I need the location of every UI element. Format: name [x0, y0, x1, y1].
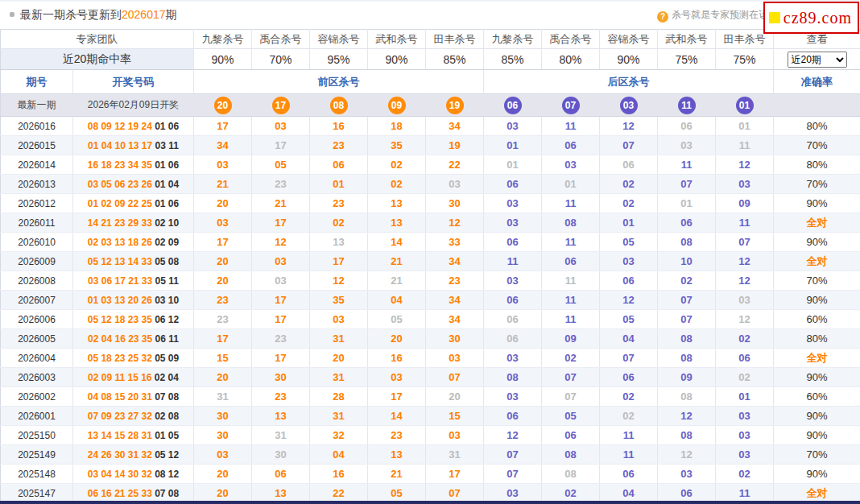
back-kill-cell: 03 [716, 426, 774, 445]
front-kill-number: 02 [391, 178, 402, 190]
question-icon[interactable]: ? [657, 11, 668, 23]
back-kill-cell: 03 [484, 213, 542, 233]
back-kill-cell: 12 [484, 426, 542, 445]
back-kill-number: 06 [506, 236, 518, 248]
period-cell: 2026003 [1, 368, 73, 387]
latest-back-kill-cell: 03 [600, 94, 658, 117]
front-kill-number: 20 [449, 390, 460, 403]
draw-numbers-cell: 05 12 18 23 35 06 12 [73, 310, 194, 329]
front-kill-cell: 03 [426, 426, 484, 445]
latest-front-kill-cell: 20 [194, 94, 252, 117]
period-cell: 2025149 [1, 445, 73, 465]
period-cell: 2026002 [1, 387, 73, 407]
front-kill-ball: 17 [272, 97, 290, 114]
bullet-icon [10, 12, 14, 17]
back-kill-ball: 03 [620, 97, 638, 114]
back-kill-cell: 03 [484, 387, 542, 407]
period-cell: 2025148 [1, 465, 73, 484]
back-kill-number: 12 [738, 313, 750, 325]
back-kill-number: 02 [738, 468, 750, 480]
back-kill-number: 11 [565, 120, 577, 132]
back-kill-number: 03 [738, 410, 750, 422]
range-select[interactable]: 近20期 [788, 52, 847, 68]
page-title-prefix: 最新一期杀号更新到 [20, 8, 122, 21]
expert-name-back-2: 容锦杀号 [600, 30, 658, 49]
front-kill-cell: 15 [426, 407, 484, 426]
front-kill-cell: 04 [368, 291, 426, 310]
front-kill-cell: 30 [426, 329, 484, 349]
back-kill-number: 08 [680, 333, 692, 345]
table-row: 202600405 18 23 25 32 05 091517201603030… [1, 349, 860, 368]
accuracy-value: 60% [806, 390, 827, 403]
front-kill-number: 07 [449, 487, 460, 499]
accuracy-cell: 80% [774, 329, 860, 349]
back-kill-number: 08 [680, 429, 692, 441]
back-kill-cell: 03 [484, 194, 542, 213]
back-kill-number: 11 [739, 217, 750, 229]
back-kill-number: 12 [622, 120, 634, 132]
back-draw-numbers: 01 06 [155, 198, 179, 209]
back-kill-cell: 10 [658, 252, 716, 271]
front-kill-number: 21 [275, 197, 286, 209]
front-kill-number: 12 [333, 275, 344, 287]
accuracy-value: 90% [806, 410, 827, 422]
cz89-logo[interactable]: cz89.com [763, 2, 859, 34]
front-kill-cell: 16 [368, 349, 426, 368]
table-row: 202601501 04 10 13 17 03 113417233519010… [1, 136, 860, 155]
front-kill-cell: 03 [194, 445, 252, 465]
hit-rate-value: 75% [658, 49, 716, 70]
front-kill-cell: 17 [310, 252, 368, 271]
front-kill-cell: 22 [310, 484, 368, 503]
front-kill-number: 14 [391, 236, 402, 248]
back-draw-numbers: 02 04 [155, 372, 179, 383]
back-kill-number: 12 [680, 410, 692, 422]
back-kill-number: 03 [564, 159, 576, 171]
front-kill-cell: 13 [252, 484, 310, 503]
table-row: 202514924 26 30 31 32 05 120330041331070… [1, 445, 860, 465]
accuracy-value: 70% [806, 448, 827, 461]
front-kill-cell: 31 [252, 426, 310, 445]
front-draw-numbers: 05 12 13 14 33 [88, 256, 152, 267]
front-kill-number: 23 [275, 178, 286, 190]
draw-numbers-cell: 05 12 13 14 33 05 08 [73, 252, 194, 271]
table-row: 202514706 16 21 25 33 07 082013220507030… [1, 484, 860, 503]
front-kill-cell: 35 [310, 291, 368, 310]
table-row: 202600905 12 13 14 33 05 082003172134110… [1, 252, 860, 271]
front-kill-number: 23 [275, 390, 286, 403]
front-kill-cell: 15 [194, 349, 252, 368]
back-kill-number: 06 [738, 352, 750, 364]
front-kill-cell: 23 [426, 271, 484, 291]
accuracy-value: 90% [806, 468, 827, 480]
back-kill-number: 11 [565, 313, 577, 325]
front-kill-cell: 33 [426, 233, 484, 252]
accuracy-cell: 70% [774, 136, 860, 155]
back-draw-numbers: 06 12 [155, 314, 179, 325]
back-kill-number: 12 [738, 255, 750, 267]
back-kill-number: 11 [565, 236, 577, 248]
draw-numbers-cell: 05 18 23 25 32 05 09 [73, 349, 194, 368]
period-cell: 2026005 [1, 329, 73, 349]
expert-name-front-1: 禹合杀号 [252, 30, 310, 49]
accuracy-cell: 70% [774, 175, 860, 194]
accuracy-cell: 全对 [774, 349, 860, 368]
front-kill-number: 17 [275, 352, 286, 364]
period-cell: 2026004 [1, 349, 73, 368]
back-kill-cell: 11 [658, 155, 716, 175]
back-kill-number: 08 [564, 448, 576, 461]
front-kill-cell: 17 [194, 117, 252, 136]
front-kill-cell: 07 [426, 484, 484, 503]
period-cell: 2026008 [1, 271, 73, 291]
back-kill-number: 02 [738, 371, 750, 383]
back-draw-numbers: 08 12 [155, 469, 179, 480]
front-kill-number: 20 [217, 487, 228, 499]
table-row: 202600302 09 11 15 16 02 042030310307080… [1, 368, 860, 387]
front-kill-number: 23 [449, 275, 460, 287]
back-kill-number: 11 [681, 159, 693, 171]
back-kill-cell: 09 [716, 194, 774, 213]
back-kill-cell: 05 [600, 233, 658, 252]
front-kill-cell: 32 [310, 426, 368, 445]
back-kill-cell: 11 [600, 445, 658, 465]
back-kill-cell: 02 [542, 349, 600, 368]
back-kill-number: 03 [506, 217, 518, 229]
front-kill-cell: 23 [252, 329, 310, 349]
